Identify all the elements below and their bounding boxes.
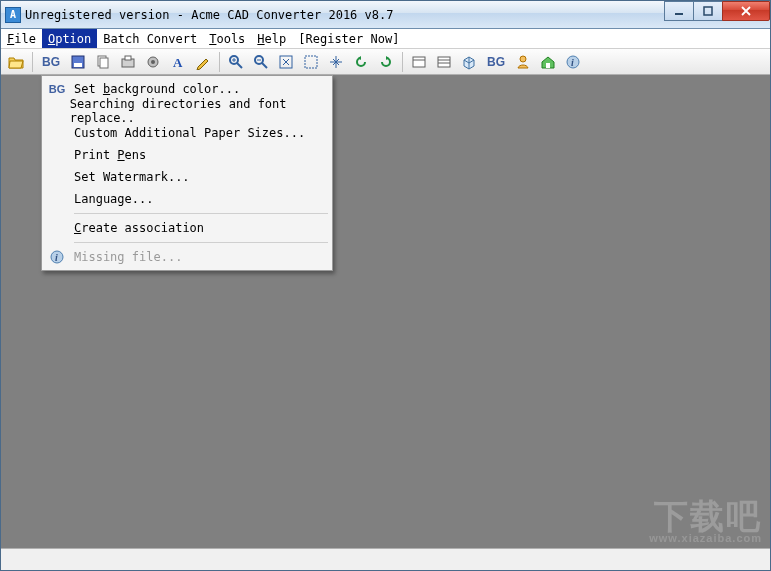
menu-separator (74, 242, 328, 243)
setup-icon[interactable] (142, 51, 164, 73)
layers-icon[interactable] (433, 51, 455, 73)
minimize-button[interactable] (664, 1, 694, 21)
menu-tools[interactable]: Tools (203, 29, 251, 48)
zoom-window-icon[interactable] (300, 51, 322, 73)
home-icon[interactable] (537, 51, 559, 73)
info-icon: i (44, 246, 70, 268)
menu-item-label: Print Pens (74, 148, 146, 162)
svg-point-17 (520, 56, 526, 62)
open-folder-icon[interactable] (5, 51, 27, 73)
user-icon[interactable] (512, 51, 534, 73)
svg-rect-18 (546, 63, 550, 68)
watermark-text: 下载吧 (654, 497, 762, 535)
svg-rect-16 (438, 57, 450, 67)
menu-help[interactable]: Help (251, 29, 292, 48)
app-window: A Unregistered version - Acme CAD Conver… (0, 0, 771, 571)
menu-register-now[interactable]: [Register Now] (292, 29, 405, 48)
svg-rect-1 (704, 7, 712, 15)
menu-item-custom-additional-paper-sizes[interactable]: Custom Additional Paper Sizes... (44, 122, 330, 144)
status-bar (1, 548, 770, 570)
menu-item-label: Create association (74, 221, 204, 235)
title-bar: A Unregistered version - Acme CAD Conver… (1, 1, 770, 29)
toolbar-separator (32, 52, 33, 72)
svg-point-9 (151, 60, 155, 64)
menu-item-searching-directories-and-font-replace[interactable]: Searching directories and font replace.. (44, 100, 330, 122)
zoom-in-icon[interactable] (225, 51, 247, 73)
svg-rect-3 (74, 63, 82, 67)
content-area: BGSet background color...Searching direc… (1, 75, 770, 548)
menu-item-set-watermark[interactable]: Set Watermark... (44, 166, 330, 188)
plot-icon[interactable] (117, 51, 139, 73)
info-icon[interactable]: i (562, 51, 584, 73)
menu-item-label: Set Watermark... (74, 170, 190, 184)
save-icon[interactable] (67, 51, 89, 73)
toolbar-separator (402, 52, 403, 72)
watermark: 下载吧 www.xiazaiba.com (649, 499, 762, 544)
font-icon[interactable]: A (167, 51, 189, 73)
zoom-extents-icon[interactable] (275, 51, 297, 73)
bg-text-icon[interactable]: BG (38, 51, 64, 73)
view-icon[interactable] (408, 51, 430, 73)
menu-item-label: Searching directories and font replace.. (70, 97, 312, 125)
menu-item-print-pens[interactable]: Print Pens (44, 144, 330, 166)
menu-item-label: Set background color... (74, 82, 240, 96)
pan-icon[interactable] (325, 51, 347, 73)
window-controls (665, 1, 770, 21)
pen-icon[interactable] (192, 51, 214, 73)
menu-item-language[interactable]: Language... (44, 188, 330, 210)
3d-icon[interactable] (458, 51, 480, 73)
svg-text:i: i (571, 57, 574, 68)
zoom-out-icon[interactable] (250, 51, 272, 73)
window-title: Unregistered version - Acme CAD Converte… (25, 8, 393, 22)
close-button[interactable] (722, 1, 770, 21)
svg-rect-15 (413, 57, 425, 67)
toolbar: BGABGi (1, 49, 770, 75)
maximize-button[interactable] (693, 1, 723, 21)
app-icon: A (5, 7, 21, 23)
menu-item-create-association[interactable]: Create association (44, 217, 330, 239)
toolbar-separator (219, 52, 220, 72)
bg-text-icon[interactable]: BG (483, 51, 509, 73)
rotate-left-icon[interactable] (350, 51, 372, 73)
svg-rect-5 (100, 58, 108, 68)
svg-rect-14 (305, 56, 317, 68)
bg-text-icon: BG (44, 78, 70, 100)
svg-text:A: A (173, 55, 183, 70)
rotate-right-icon[interactable] (375, 51, 397, 73)
svg-rect-7 (125, 56, 131, 60)
menu-separator (74, 213, 328, 214)
menu-item-label: Language... (74, 192, 153, 206)
menu-file[interactable]: File (1, 29, 42, 48)
menu-option[interactable]: Option (42, 29, 97, 48)
svg-rect-0 (675, 13, 683, 15)
svg-text:i: i (55, 252, 58, 263)
option-menu-dropdown: BGSet background color...Searching direc… (41, 75, 333, 271)
menu-batch-convert[interactable]: Batch Convert (97, 29, 203, 48)
menu-item-label: Custom Additional Paper Sizes... (74, 126, 305, 140)
menu-item-missing-file: iMissing file... (44, 246, 330, 268)
menu-bar: FileOptionBatch ConvertToolsHelp[Registe… (1, 29, 770, 49)
copy-icon[interactable] (92, 51, 114, 73)
menu-item-label: Missing file... (74, 250, 182, 264)
watermark-url: www.xiazaiba.com (649, 533, 762, 544)
